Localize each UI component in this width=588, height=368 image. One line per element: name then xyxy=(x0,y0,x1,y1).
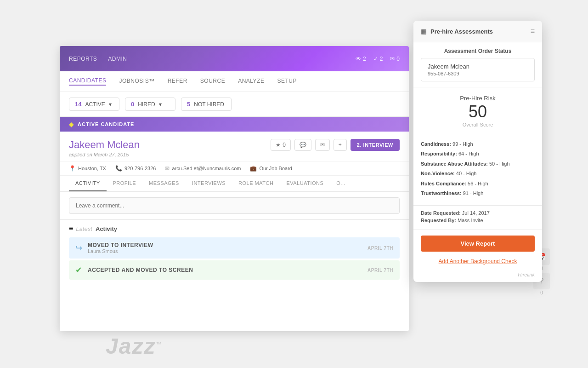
requested-by-value: Mass Invite xyxy=(458,218,483,223)
envelope-icon: ✉ xyxy=(390,56,395,62)
more-badge[interactable]: + xyxy=(334,139,347,151)
risk-overall-label: Overall Score xyxy=(421,122,535,127)
panel-header: ▦ Pre-hire Assessments ≡ xyxy=(413,21,542,42)
risk-section: Pre-Hire Risk 50 Overall Score xyxy=(413,87,542,135)
views-count: 2 xyxy=(363,56,366,62)
location-text: Houston, TX xyxy=(78,166,106,171)
email-text: arcu.Sed.et@Nuncmauris.com xyxy=(172,166,241,171)
activity-text-screen: ACCEPTED AND MOVED TO SCREEN xyxy=(88,267,368,273)
score-value-rules: 56 - High xyxy=(468,181,488,186)
assessment-order-title: Assessment Order Status xyxy=(421,48,535,54)
date-requested-value: Jul 14, 2017 xyxy=(462,210,490,216)
nav-source[interactable]: SOURCE xyxy=(200,78,225,85)
candidate-actions: ★ 0 💬 ✉ + 2. INTERVIEW xyxy=(271,139,400,151)
nav-candidates[interactable]: CANDIDATES xyxy=(69,77,106,86)
view-report-button[interactable]: View Report xyxy=(421,236,535,252)
tab-interviews[interactable]: INTERVIEWS xyxy=(186,176,232,191)
at-icon: ✉ xyxy=(165,165,170,172)
activity-date-screen: APRIL 7TH xyxy=(368,268,393,273)
filter-not-hired[interactable]: 5 NOT HIRED xyxy=(181,98,232,111)
nav-setup[interactable]: SETUP xyxy=(277,78,297,85)
active-count: 14 xyxy=(75,101,81,108)
score-responsibility: Responsibility: 64 - High xyxy=(421,150,535,157)
messages-icon-item: ✉ 0 xyxy=(390,56,400,62)
email-badge[interactable]: ✉ xyxy=(315,139,330,151)
phone-item: 📞 920-796-2326 xyxy=(115,165,156,172)
assessment-order-section: Assessment Order Status Jakeem Mclean 95… xyxy=(413,42,542,87)
tab-profile[interactable]: PROFILE xyxy=(107,176,143,191)
stars-count: 0 xyxy=(283,142,286,148)
tab-role-match[interactable]: ROLE MATCH xyxy=(232,176,280,191)
filter-hired[interactable]: 0 HIRED ▾ xyxy=(125,98,175,111)
nav-reports[interactable]: REPORTS xyxy=(69,56,97,62)
secondary-nav: CANDIDATES JOBNOSIS™ REFER SOURCE ANALYZ… xyxy=(60,71,409,92)
jazz-tm: ™ xyxy=(156,341,162,347)
nav-jobnosis[interactable]: JOBNOSIS™ xyxy=(119,78,154,85)
tab-activity[interactable]: ACTIVITY xyxy=(69,176,107,191)
activity-section: ≡ Latest Activity ↪ MOVED TO INTERVIEW L… xyxy=(60,220,409,286)
eye-icon: 👁 xyxy=(356,56,361,62)
tab-messages[interactable]: MESSAGES xyxy=(142,176,186,191)
add-background-check-link[interactable]: Add Another Background Check xyxy=(413,255,542,270)
app-window: REPORTS ADMIN 👁 2 ✓ 2 ✉ 0 CANDIDATES JOB… xyxy=(60,46,409,331)
score-value-responsibility: 64 - High xyxy=(458,151,479,156)
email-icon: ✉ xyxy=(320,142,325,148)
score-value-trustworthiness: 91 - High xyxy=(463,190,484,196)
comment-icon: 💬 xyxy=(300,142,306,148)
requested-by-label: Requested By: xyxy=(421,218,456,223)
comment-badge[interactable]: 💬 xyxy=(294,139,311,151)
interview-button[interactable]: 2. INTERVIEW xyxy=(351,139,400,151)
tab-more[interactable]: O... xyxy=(330,176,352,191)
nav-admin[interactable]: ADMIN xyxy=(108,56,127,62)
activity-action-interview: MOVED TO INTERVIEW xyxy=(88,242,368,248)
phone-text: 920-796-2326 xyxy=(124,166,156,171)
chevron-down-icon: ▾ xyxy=(109,101,112,108)
score-label-responsibility: Responsibility: xyxy=(421,151,457,156)
date-requested-label: Date Requested: xyxy=(421,210,461,216)
prehire-assessments-panel: ▦ Pre-hire Assessments ≡ Assessment Orde… xyxy=(413,21,542,282)
nav-links: REPORTS ADMIN xyxy=(69,56,127,62)
score-value-candidness: 99 - High xyxy=(452,141,473,147)
tab-bar: ACTIVITY PROFILE MESSAGES INTERVIEWS ROL… xyxy=(60,176,409,192)
list-icon: ≡ xyxy=(69,224,73,233)
move-icon: ↪ xyxy=(75,243,82,253)
date-requested-row: Date Requested: Jul 14, 2017 xyxy=(421,210,535,216)
tab-evaluations[interactable]: EVALUATIONS xyxy=(280,176,330,191)
activity-item-interview: ↪ MOVED TO INTERVIEW Laura Smous APRIL 7… xyxy=(69,237,400,259)
nav-analyze[interactable]: ANALYZE xyxy=(238,78,264,85)
assessment-name-box: Jakeem Mclean 955-087-6309 xyxy=(421,58,535,81)
activity-action-screen: ACCEPTED AND MOVED TO SCREEN xyxy=(88,267,368,273)
star-icon: ★ xyxy=(276,142,281,148)
assessment-person-name: Jakeem Mclean xyxy=(428,63,528,70)
activity-header: ≡ Latest Activity xyxy=(69,224,400,233)
filter-bar: 14 ACTIVE ▾ 0 HIRED ▾ 5 NOT HIRED xyxy=(60,92,409,117)
scores-section: Candidness: 99 - High Responsibility: 64… xyxy=(413,135,542,206)
comment-area xyxy=(60,192,409,220)
requested-by-row: Requested By: Mass Invite xyxy=(421,218,535,223)
top-nav: REPORTS ADMIN 👁 2 ✓ 2 ✉ 0 xyxy=(60,46,409,71)
bullet-icon: ◆ xyxy=(69,121,74,128)
active-label: ACTIVE xyxy=(85,101,105,108)
stars-badge[interactable]: ★ 0 xyxy=(271,139,291,151)
assessment-phone: 955-087-6309 xyxy=(428,71,528,76)
phone-icon: 📞 xyxy=(115,165,122,172)
accept-icon: ✔ xyxy=(75,265,82,275)
score-value-substance: 50 - High xyxy=(489,161,510,167)
hired-count: 0 xyxy=(131,101,134,108)
candidate-info: Jakeem Mclean applied on March 27, 2015 xyxy=(69,139,140,157)
views-icon-item: 👁 2 xyxy=(356,56,366,62)
activity-text-interview: MOVED TO INTERVIEW Laura Smous xyxy=(88,242,368,254)
panel-menu-icon[interactable]: ≡ xyxy=(531,27,535,35)
assessments-icon: ▦ xyxy=(421,28,427,35)
candidate-name: Jakeem Mclean xyxy=(69,139,140,151)
score-label-trustworthiness: Trustworthiness: xyxy=(421,190,462,196)
risk-title: Pre-Hire Risk xyxy=(421,95,535,102)
hired-label: HIRED xyxy=(138,101,155,108)
active-candidate-label: ACTIVE CANDIDATE xyxy=(78,121,134,127)
jazz-logo: Jazz™ xyxy=(106,334,162,359)
nav-refer[interactable]: REFER xyxy=(168,78,187,85)
comment-input[interactable] xyxy=(69,197,400,214)
filter-active[interactable]: 14 ACTIVE ▾ xyxy=(69,98,119,111)
candidate-applied-date: applied on March 27, 2015 xyxy=(69,152,140,157)
score-label-candidness: Candidness: xyxy=(421,141,451,147)
